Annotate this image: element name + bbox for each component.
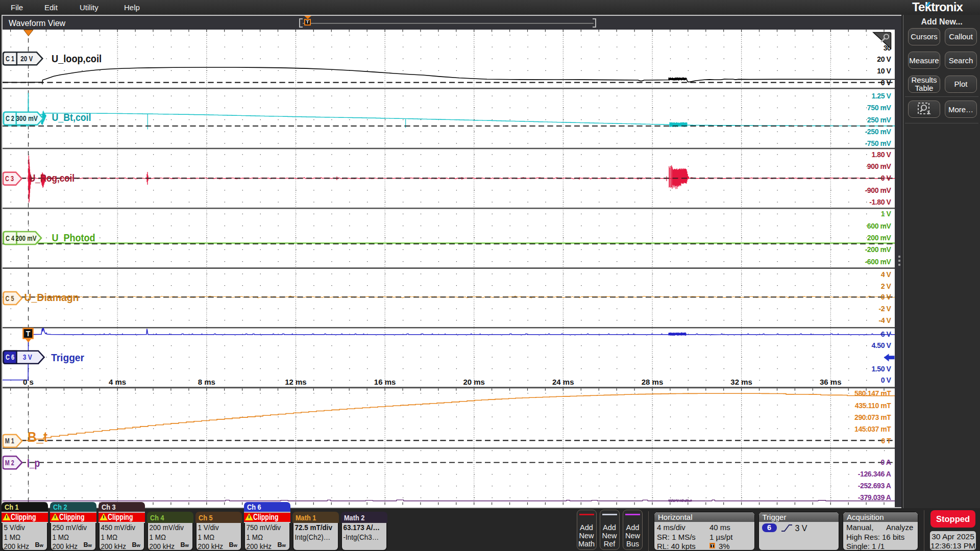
svg-text:B_t: B_t xyxy=(28,430,47,445)
svg-text:0 T: 0 T xyxy=(881,437,891,445)
svg-text:8 ms: 8 ms xyxy=(198,378,215,386)
svg-text:-379.039 A: -379.039 A xyxy=(858,493,891,502)
svg-text:I_p: I_p xyxy=(27,457,40,469)
svg-text:12 ms: 12 ms xyxy=(285,378,307,386)
svg-text:36 ms: 36 ms xyxy=(820,378,842,386)
svg-text:4 V: 4 V xyxy=(881,270,892,279)
svg-text:145.037 mT: 145.037 mT xyxy=(854,425,891,433)
svg-text:Trigger: Trigger xyxy=(51,352,84,363)
svg-text:U_Photod: U_Photod xyxy=(52,232,95,243)
svg-text:28 ms: 28 ms xyxy=(642,378,664,386)
svg-text:C 2: C 2 xyxy=(6,114,14,122)
svg-text:16 ms: 16 ms xyxy=(374,378,396,386)
svg-text:C 4: C 4 xyxy=(6,234,14,242)
svg-text:-2 V: -2 V xyxy=(878,305,891,313)
svg-text:-600 mV: -600 mV xyxy=(865,258,892,266)
svg-text:4.50 V: 4.50 V xyxy=(871,341,891,349)
svg-text:C 1: C 1 xyxy=(6,55,14,63)
svg-text:C 6: C 6 xyxy=(6,353,14,361)
svg-text:U_Rog,coil: U_Rog,coil xyxy=(29,172,75,184)
svg-text:0 V: 0 V xyxy=(881,293,892,301)
svg-text:250 mV: 250 mV xyxy=(867,116,892,124)
svg-text:C 5: C 5 xyxy=(6,294,14,303)
svg-text:-200 mV: -200 mV xyxy=(865,245,892,254)
svg-text:24 ms: 24 ms xyxy=(552,378,574,386)
svg-text:290.073 mT: 290.073 mT xyxy=(854,413,891,421)
svg-text:2 V: 2 V xyxy=(881,282,892,290)
svg-text:M 1: M 1 xyxy=(5,437,14,445)
svg-text:1.80 V: 1.80 V xyxy=(871,151,891,159)
svg-text:U_loop,coil: U_loop,coil xyxy=(52,53,102,64)
svg-text:200 mV: 200 mV xyxy=(867,234,892,242)
svg-text:M 2: M 2 xyxy=(5,459,14,467)
svg-text:20 V: 20 V xyxy=(20,55,33,63)
svg-text:U_Diamagn: U_Diamagn xyxy=(24,291,79,303)
svg-text:900 mV: 900 mV xyxy=(867,162,892,170)
svg-text:0 V: 0 V xyxy=(881,79,892,87)
svg-text:0 A: 0 A xyxy=(880,458,891,466)
svg-text:T: T xyxy=(26,330,31,338)
svg-text:-900 mV: -900 mV xyxy=(865,186,892,194)
svg-text:1.25 V: 1.25 V xyxy=(871,92,891,100)
svg-text:200 mV: 200 mV xyxy=(16,234,37,242)
svg-text:6 V: 6 V xyxy=(881,330,892,338)
svg-text:32 ms: 32 ms xyxy=(730,378,752,386)
svg-text:20 V: 20 V xyxy=(877,55,891,63)
svg-text:435.110 mT: 435.110 mT xyxy=(855,402,892,410)
svg-text:1 V: 1 V xyxy=(881,210,892,218)
svg-text:600 mV: 600 mV xyxy=(867,222,892,230)
svg-text:20 ms: 20 ms xyxy=(463,378,485,386)
svg-text:3 V: 3 V xyxy=(23,353,33,361)
svg-text:U_Bt,coil: U_Bt,coil xyxy=(52,111,91,123)
svg-text:1.50 V: 1.50 V xyxy=(871,365,891,373)
svg-text:10 V: 10 V xyxy=(877,67,891,75)
svg-text:300 mV: 300 mV xyxy=(16,114,38,122)
svg-text:0 V: 0 V xyxy=(881,174,892,182)
svg-text:-250 mV: -250 mV xyxy=(865,128,892,136)
svg-text:4 ms: 4 ms xyxy=(109,378,126,386)
svg-text:C 3: C 3 xyxy=(5,174,14,183)
svg-text:580.147 mT: 580.147 mT xyxy=(854,389,891,397)
svg-text:-252.693 A: -252.693 A xyxy=(858,482,891,490)
svg-text:-126.346 A: -126.346 A xyxy=(858,470,891,478)
svg-text:-1.80 V: -1.80 V xyxy=(869,198,891,206)
svg-text:0 s: 0 s xyxy=(23,378,34,386)
svg-text:-4 V: -4 V xyxy=(878,316,891,324)
svg-text:0 V: 0 V xyxy=(881,376,892,384)
svg-text:-750 mV: -750 mV xyxy=(865,139,892,147)
svg-text:750 mV: 750 mV xyxy=(867,104,892,112)
